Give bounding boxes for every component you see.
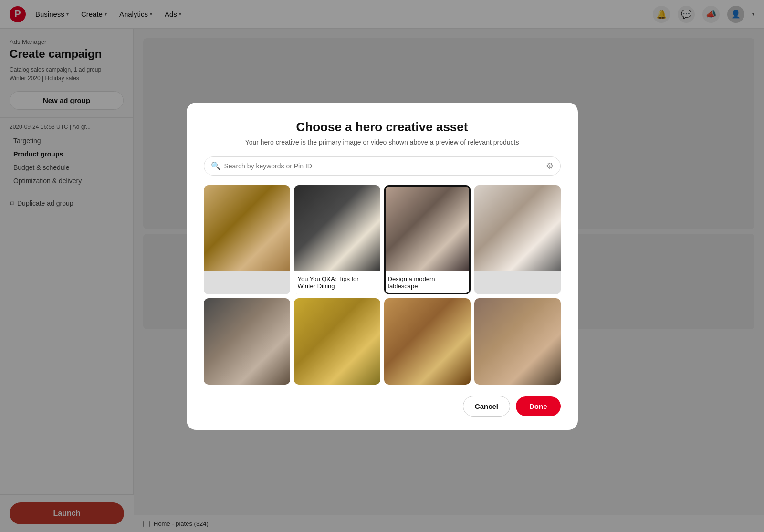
image-thumbnail-3 bbox=[384, 185, 471, 271]
image-thumbnail-6 bbox=[294, 298, 380, 385]
image-thumbnail-7 bbox=[384, 298, 471, 385]
filter-icon[interactable]: ⚙ bbox=[546, 161, 554, 171]
done-button[interactable]: Done bbox=[516, 396, 561, 416]
image-thumbnail-5 bbox=[204, 298, 290, 385]
image-thumbnail-1 bbox=[204, 185, 290, 271]
search-input[interactable] bbox=[224, 162, 542, 170]
image-card-2[interactable]: You You Q&A: Tips for Winter Dining bbox=[294, 185, 380, 294]
hero-creative-modal: Choose a hero creative asset Your hero c… bbox=[187, 103, 578, 430]
modal-footer: Cancel Done bbox=[204, 396, 561, 417]
search-bar: 🔍 ⚙ bbox=[204, 156, 561, 176]
image-card-5[interactable] bbox=[204, 298, 290, 385]
image-caption-3: Design a modern tablescape bbox=[384, 271, 471, 294]
image-card-1[interactable] bbox=[204, 185, 290, 294]
image-thumbnail-2 bbox=[294, 185, 380, 271]
image-card-8[interactable] bbox=[474, 298, 561, 385]
image-card-3[interactable]: Design a modern tablescape bbox=[384, 185, 471, 294]
image-caption-2: You You Q&A: Tips for Winter Dining bbox=[294, 271, 380, 294]
search-icon: 🔍 bbox=[211, 161, 220, 170]
modal-overlay: Choose a hero creative asset Your hero c… bbox=[0, 0, 764, 532]
image-thumbnail-8 bbox=[474, 298, 561, 385]
image-card-7[interactable] bbox=[384, 298, 471, 385]
image-grid: You You Q&A: Tips for Winter Dining Desi… bbox=[204, 185, 561, 385]
image-thumbnail-4 bbox=[474, 185, 561, 271]
image-card-6[interactable] bbox=[294, 298, 380, 385]
cancel-button[interactable]: Cancel bbox=[463, 396, 510, 417]
image-card-4[interactable] bbox=[474, 185, 561, 294]
modal-title: Choose a hero creative asset bbox=[204, 120, 561, 135]
modal-subtitle: Your hero creative is the primary image … bbox=[204, 138, 561, 146]
